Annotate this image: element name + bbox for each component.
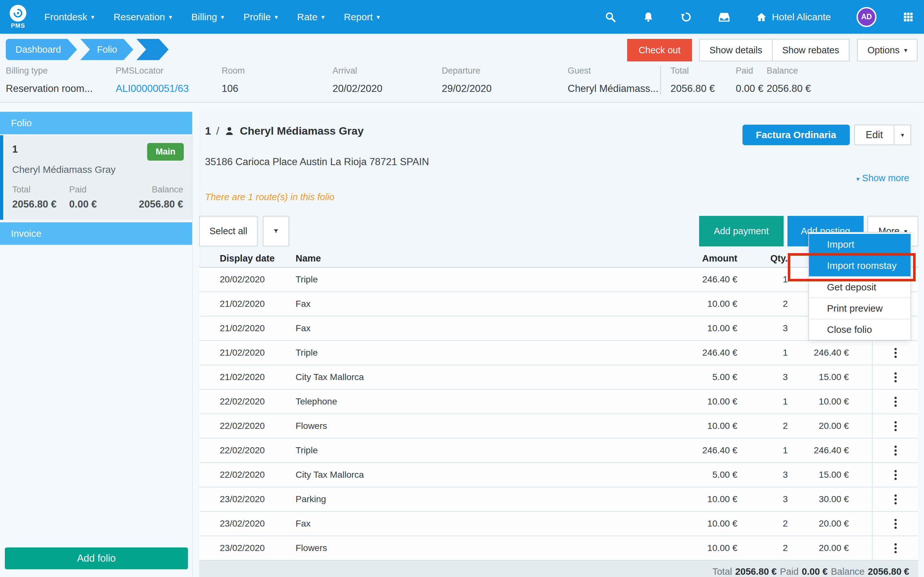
cell-name: Fax [296,519,660,529]
nav-menu-item[interactable]: Reservation ▾ [113,11,172,23]
cell-name: Fax [296,323,660,334]
apps-grid-icon[interactable] [902,11,914,23]
check-out-button[interactable]: Check out [627,39,692,61]
show-details-button[interactable]: Show details [699,39,773,61]
chevron-down-icon: ▾ [169,14,172,20]
cell-qty: 2 [737,519,788,529]
cell-name: Triple [296,445,660,456]
cell-display-date: 21/02/2020 [199,299,296,309]
cell-qty: 3 [737,470,788,480]
nav-menu-item[interactable]: Rate ▾ [297,11,325,23]
folio-title: 1 / Cheryl Médiamass Gray [205,125,364,137]
property-selector[interactable]: Hotel Alicante [756,11,831,23]
breadcrumb-dashboard[interactable]: Dashboard [6,39,77,60]
row-menu-icon[interactable] [892,492,899,507]
row-menu-icon[interactable] [892,370,899,385]
user-avatar[interactable]: AD [856,7,876,27]
cell-total: 246.40 € [788,348,849,358]
show-rebates-button[interactable]: Show rebates [773,39,850,61]
select-all-button[interactable]: Select all [199,216,258,247]
edit-dropdown-toggle[interactable]: ▾ [894,125,911,145]
filter-button[interactable] [263,216,289,247]
table-row: 22/02/2020 Flowers 10.00 € 2 20.00 € [199,414,918,438]
footer-paid-value: 0.00 € [802,566,828,577]
footer-paid-label: Paid [780,566,798,577]
folio-card[interactable]: 1 Main Cheryl Médiamass Gray Total 2056.… [0,135,192,220]
history-icon[interactable] [680,11,692,23]
bell-icon[interactable] [642,11,654,23]
nav-menu-item[interactable]: Frontdesk ▾ [44,11,94,23]
dropdown-menu-item[interactable]: Import [809,234,911,255]
col-display-date: Display date [199,253,296,264]
dropdown-menu-item[interactable]: Get deposit [809,276,911,298]
cell-display-date: 23/02/2020 [199,494,296,504]
options-button[interactable]: Options ▾ [857,39,918,61]
chevron-down-icon: ▾ [221,14,224,20]
table-row: 21/02/2020 Triple 246.40 € 1 246.40 € [199,341,918,365]
edit-split-button: Edit ▾ [854,125,911,145]
total-label: Total [12,185,69,195]
show-more-link[interactable]: ▾ Show more [205,173,911,184]
chevron-down-icon: ▾ [377,14,380,20]
row-menu-icon[interactable] [892,443,899,458]
row-menu-icon[interactable] [892,394,899,409]
add-payment-button[interactable]: Add payment [699,216,784,247]
table-row: 22/02/2020 City Tax Mallorca 5.00 € 3 15… [199,463,918,487]
nav-menu-item[interactable]: Profile ▾ [243,11,278,23]
cell-qty: 3 [737,323,788,334]
add-folio-button[interactable]: Add folio [5,548,188,569]
breadcrumb-folio[interactable]: Folio [80,39,133,60]
cell-name: Triple [296,274,660,285]
search-icon[interactable] [604,11,617,23]
inbox-icon[interactable] [718,11,730,23]
folio-index: 1 [205,125,211,137]
cell-display-date: 21/02/2020 [199,323,296,334]
factura-ordinaria-button[interactable]: Factura Ordinaria [742,125,850,145]
cell-amount: 10.00 € [660,323,737,334]
cell-qty: 3 [737,494,788,504]
dropdown-menu-item[interactable]: Print preview [809,298,911,319]
app-logo[interactable]: PMS [10,5,26,29]
main-menu: Frontdesk ▾ Reservation ▾ Billing ▾ Prof… [44,11,380,23]
cell-display-date: 23/02/2020 [199,519,296,529]
balance-value: 2056.80 € [126,198,183,210]
cell-display-date: 22/02/2020 [199,396,296,407]
folio-guest-name: Cheryl Médiamass Gray [12,164,183,175]
col-qty: Qty. [737,253,788,264]
routes-note: There are 1 route(s) in this folio [205,192,911,202]
table-row: 22/02/2020 Triple 246.40 € 1 246.40 € [199,438,918,463]
cell-name: Triple [296,348,660,358]
cell-total: 246.40 € [788,445,849,456]
row-menu-icon[interactable] [892,419,899,434]
table-row: 23/02/2020 Parking 10.00 € 3 30.00 € [199,487,918,512]
dropdown-menu-item[interactable]: Close folio [809,319,911,340]
cell-name: Telephone [296,396,660,407]
dropdown-menu-item[interactable]: Import roomstay [809,255,911,276]
row-menu-icon[interactable] [892,345,899,361]
cell-display-date: 22/02/2020 [199,470,296,480]
page-header: Dashboard Folio Check out Show details S… [0,34,924,103]
edit-button[interactable]: Edit [855,125,894,145]
row-menu-icon[interactable] [892,541,899,556]
more-dropdown-menu: Import Import roomstay Get deposit Print… [808,232,911,340]
row-menu-icon[interactable] [892,467,899,482]
total-value: 2056.80 € [12,198,69,210]
nav-menu-item[interactable]: Report ▾ [344,11,380,23]
chevron-down-icon: ▾ [275,14,278,20]
cell-amount: 5.00 € [660,470,737,480]
cell-qty: 3 [737,372,788,382]
pms-logo-icon [10,5,26,21]
cell-total: 20.00 € [788,543,849,553]
funnel-icon [273,227,279,236]
footer-total-label: Total [712,566,732,577]
cell-total: 10.00 € [788,396,849,407]
cell-total: 30.00 € [788,494,849,504]
cell-amount: 5.00 € [660,372,737,382]
nav-menu-item[interactable]: Billing ▾ [192,11,224,23]
breadcrumb-current-arrow [137,39,169,60]
table-row: 22/02/2020 Telephone 10.00 € 1 10.00 € [199,390,918,414]
cell-qty: 1 [737,396,788,407]
summary-field: Departure 29/02/2020 [442,66,568,95]
row-menu-icon[interactable] [892,516,899,531]
summary-field: Paid 0.00 € [736,66,766,95]
